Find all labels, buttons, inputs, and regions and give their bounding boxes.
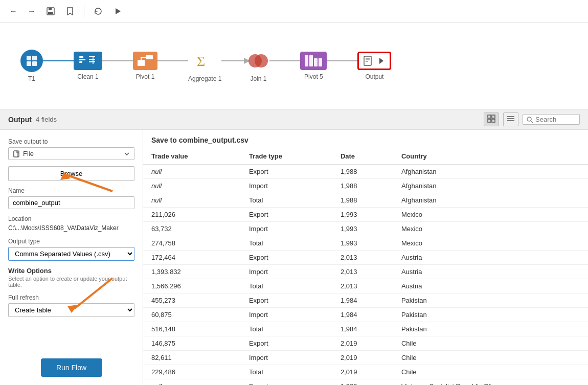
cell-country: Afghanistan [393, 179, 588, 193]
full-refresh-select[interactable]: Create table Append to table Replace tab… [8, 303, 134, 317]
pivot1-label: Pivot 1 [136, 73, 155, 80]
output-type-select[interactable]: Comma Separated Values (.csv) Microsoft … [8, 247, 134, 261]
forward-button[interactable]: → [25, 5, 39, 18]
svg-rect-9 [79, 59, 85, 60]
search-icon [526, 116, 533, 123]
full-refresh-section: Full refresh Create table Append to tabl… [8, 294, 134, 317]
location-section: Location C:\...\Mods\ISSS608_VA\DataViz_… [8, 215, 134, 232]
svg-rect-31 [488, 119, 491, 122]
save-output-label: Save output to [8, 138, 134, 145]
cell-date: 2,019 [332, 336, 393, 351]
cell-country: Chile [393, 365, 588, 379]
svg-marker-28 [379, 58, 383, 64]
cell-country: Chile [393, 351, 588, 365]
refresh-button[interactable] [91, 5, 106, 18]
cell-country: Mexico [393, 208, 588, 222]
pivot5-icon [300, 52, 327, 70]
cell-date: 1,989 [332, 379, 393, 386]
clean1-label: Clean 1 [77, 73, 98, 80]
data-table: Trade value Trade type Date Country null… [143, 148, 588, 385]
write-options-desc: Select an option to create or update you… [8, 276, 134, 288]
join1-label: Join 1 [250, 75, 266, 82]
browse-button[interactable]: Browse [8, 166, 134, 181]
svg-rect-1 [49, 8, 52, 10]
cell-trade-value: 1,566,296 [143, 279, 241, 293]
svg-rect-20 [305, 55, 308, 66]
svg-rect-16 [146, 55, 153, 59]
cell-trade-value: 63,732 [143, 222, 241, 236]
svg-rect-21 [309, 55, 313, 66]
t1-icon [20, 50, 43, 72]
connector-6 [327, 60, 357, 61]
file-icon [13, 150, 20, 157]
t1-label: T1 [28, 75, 35, 82]
svg-rect-22 [314, 58, 318, 66]
connector-2 [102, 60, 133, 61]
cell-trade-type: Import [241, 351, 332, 365]
flow-step-pivot1[interactable]: Pivot 1 [133, 52, 157, 80]
output-title: Output [8, 116, 32, 124]
table-row: 455,273Export1,984Pakistan [143, 293, 588, 308]
main-content: Save output to File Browse Name [0, 130, 588, 385]
cell-date: 1,988 [332, 193, 393, 208]
table-row: nullTotal1,988Afghanistan [143, 193, 588, 208]
search-box[interactable] [523, 114, 580, 125]
aggregate1-icon: Σ [194, 50, 216, 72]
left-panel: Save output to File Browse Name [0, 130, 143, 385]
output-label: Output [365, 73, 383, 80]
col-date: Date [332, 148, 393, 165]
col-country: Country [393, 148, 588, 165]
svg-marker-3 [116, 8, 121, 14]
pivot1-icon [133, 52, 157, 70]
svg-rect-6 [27, 61, 31, 66]
cell-date: 1,993 [332, 236, 393, 251]
flow-step-output[interactable]: Output [357, 52, 391, 80]
list-view-button[interactable] [503, 112, 518, 126]
file-select[interactable]: File [8, 147, 134, 160]
flow-step-pivot5[interactable]: Pivot 5 [300, 52, 327, 80]
toolbar-divider-1 [84, 5, 84, 17]
cell-country: Vietnam, Socialist Republic Of [393, 379, 588, 386]
file-option-label: File [23, 150, 34, 157]
table-row: 82,611Import2,019Chile [143, 351, 588, 365]
cell-trade-value: 211,026 [143, 208, 241, 222]
name-label: Name [8, 187, 134, 194]
bookmark-button[interactable] [62, 5, 78, 18]
svg-rect-30 [492, 115, 495, 118]
table-header: Trade value Trade type Date Country [143, 148, 588, 165]
full-refresh-label: Full refresh [8, 294, 134, 301]
run-flow-button[interactable]: Run Flow [41, 358, 102, 377]
cell-trade-type: Import [241, 265, 332, 279]
output-bar-right [484, 112, 580, 126]
play-button[interactable] [110, 5, 125, 18]
table-row: 1,566,296Total2,013Austria [143, 279, 588, 293]
cell-trade-value: 146,875 [143, 336, 241, 351]
search-input[interactable] [535, 116, 576, 123]
svg-rect-4 [27, 56, 31, 60]
flow-step-clean1[interactable]: Clean 1 [74, 52, 102, 80]
cell-trade-type: Import [241, 179, 332, 193]
grid-view-button[interactable] [484, 112, 499, 126]
svg-rect-15 [138, 60, 145, 66]
back-button[interactable]: ← [6, 5, 20, 18]
flow-step-t1[interactable]: T1 [20, 50, 43, 82]
cell-country: Chile [393, 336, 588, 351]
flow-step-aggregate1[interactable]: Σ Aggregate 1 [188, 50, 221, 82]
cell-date: 1,988 [332, 179, 393, 193]
browse-section: Browse [8, 166, 134, 181]
name-input[interactable] [8, 196, 134, 209]
cell-date: 2,019 [332, 365, 393, 379]
cell-trade-type: Export [241, 293, 332, 308]
table-row: 172,464Export2,013Austria [143, 251, 588, 265]
save-button[interactable] [43, 5, 58, 18]
cell-country: Pakistan [393, 293, 588, 308]
cell-trade-type: Total [241, 193, 332, 208]
svg-rect-10 [79, 61, 82, 63]
svg-rect-7 [32, 61, 37, 66]
flow-step-join1[interactable]: Join 1 [247, 50, 269, 82]
col-trade-type: Trade type [241, 148, 332, 165]
svg-rect-32 [492, 119, 495, 122]
file-select-inner: File [13, 150, 34, 157]
cell-trade-type: Export [241, 208, 332, 222]
cell-country: Afghanistan [393, 193, 588, 208]
